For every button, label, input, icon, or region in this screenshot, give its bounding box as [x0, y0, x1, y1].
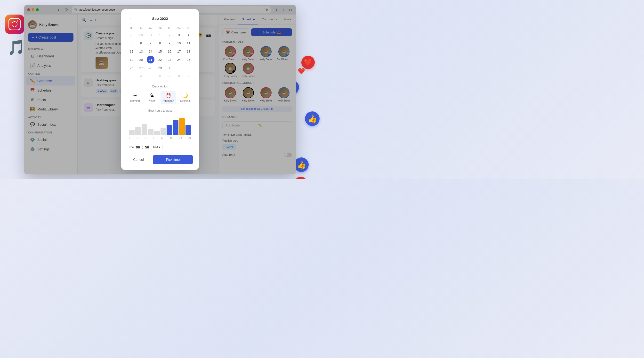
cal-day[interactable]: 5	[147, 72, 154, 80]
chart-label-15: 15	[170, 137, 173, 139]
best-hours-section: Best hours to post 0 3 6	[127, 109, 193, 139]
decor-instagram	[5, 14, 24, 34]
time-minute[interactable]: 56	[145, 145, 149, 149]
cal-day[interactable]: 12	[128, 47, 136, 55]
cal-day[interactable]: 6	[156, 72, 164, 80]
afternoon-icon: ⏰	[166, 93, 171, 98]
bar-1	[135, 127, 141, 135]
month-year-label: Sep 2022	[152, 16, 168, 20]
cal-day[interactable]: 28	[147, 64, 154, 72]
cancel-button[interactable]: Cancel	[127, 155, 150, 164]
afternoon-button[interactable]: ⏰ Afternoon	[160, 91, 176, 104]
cal-day[interactable]: 25	[184, 56, 192, 63]
cal-day[interactable]: 4	[184, 31, 192, 39]
morning-button[interactable]: ☀ Morning	[127, 91, 143, 104]
cal-day[interactable]: 29	[156, 64, 164, 72]
cal-day[interactable]: 14	[147, 47, 154, 55]
noon-label: Noon	[148, 99, 155, 102]
cal-day[interactable]: 11	[184, 39, 192, 47]
cal-day[interactable]: 15	[156, 47, 164, 55]
bar-4	[154, 131, 160, 135]
evening-button[interactable]: 🌙 Evening	[177, 91, 193, 104]
cal-day[interactable]: 13	[137, 47, 145, 55]
pick-time-button[interactable]: Pick time	[153, 155, 193, 164]
cal-day[interactable]: 9	[166, 39, 173, 47]
cal-day[interactable]: 8	[175, 72, 183, 80]
cal-day[interactable]: 1	[175, 64, 183, 72]
cal-day[interactable]: 10	[175, 39, 183, 47]
cal-day[interactable]: 20	[137, 56, 145, 63]
chart-container	[127, 115, 193, 135]
chart-label-3: 3	[137, 137, 138, 139]
decor-tiktok: 🎵	[7, 39, 26, 56]
day-header-tu: Tu	[136, 26, 146, 30]
evening-icon: 🌙	[182, 93, 188, 98]
chart-label-21: 21	[188, 137, 191, 139]
cal-day[interactable]: 19	[128, 56, 136, 63]
calendar-header: ‹ Sep 2022 ›	[127, 15, 193, 22]
chart-label-0: 0	[129, 137, 130, 139]
time-label: Time	[127, 145, 134, 149]
ampm-selector[interactable]: PM ▾	[151, 144, 163, 150]
next-month-button[interactable]: ›	[186, 15, 193, 22]
cal-day-selected[interactable]: 21	[147, 56, 154, 63]
day-header-th: Th	[156, 26, 164, 30]
cal-day[interactable]: 27	[137, 64, 145, 72]
ampm-value: PM	[153, 145, 158, 149]
modal-actions: Cancel Pick time	[127, 155, 193, 164]
quick-action-title: Quick Action	[127, 85, 193, 88]
time-hour[interactable]: 06	[136, 145, 140, 149]
bar-2	[142, 124, 147, 135]
prev-month-button[interactable]: ‹	[127, 15, 134, 22]
cal-day[interactable]: 3	[175, 31, 183, 39]
cal-day[interactable]: 29	[128, 31, 136, 39]
thumbs-up-reaction-3: 👍	[294, 157, 309, 172]
cal-day[interactable]: 4	[137, 72, 145, 80]
cal-day[interactable]: 30	[166, 64, 173, 72]
heart-reaction-3: ❤️	[294, 177, 308, 179]
bar-3	[148, 129, 154, 135]
day-header-fr: Fr	[165, 26, 174, 30]
cal-day[interactable]: 5	[128, 39, 136, 47]
noon-icon: 🌤	[150, 93, 154, 98]
modal-overlay: ‹ Sep 2022 › Mo Tu We Th Fr Sa Su 29 30 …	[24, 5, 296, 174]
cal-day[interactable]: 30	[137, 31, 145, 39]
bar-5	[160, 128, 166, 135]
cal-day[interactable]: 2	[184, 64, 192, 72]
afternoon-label: Afternoon	[163, 99, 174, 102]
cal-day[interactable]: 23	[166, 56, 173, 63]
browser-window: ⊞ ‹ › 🛡 🔍 app.feedhive.com/compose ↻ ⬆ +…	[24, 5, 296, 174]
heart-reaction-1: ❤️	[302, 56, 315, 69]
cal-day[interactable]: 3	[128, 72, 136, 80]
bar-8	[179, 118, 185, 135]
cal-day[interactable]: 24	[175, 56, 183, 63]
cal-day[interactable]: 6	[137, 39, 145, 47]
time-row: Time 06 : 56 PM ▾	[127, 144, 193, 150]
day-header-we: We	[146, 26, 155, 30]
cal-day[interactable]: 17	[175, 47, 183, 55]
chevron-down-icon: ▾	[159, 145, 160, 149]
bar-9	[186, 125, 191, 135]
cal-day[interactable]: 31	[147, 31, 154, 39]
day-header-sa: Sa	[174, 26, 184, 30]
bar-0	[129, 130, 134, 135]
cal-day[interactable]: 1	[156, 31, 164, 39]
cal-day[interactable]: 16	[166, 47, 173, 55]
cal-day[interactable]: 22	[156, 56, 164, 63]
cal-day[interactable]: 8	[156, 39, 164, 47]
morning-label: Morning	[130, 99, 140, 102]
thumbs-up-reaction-2: 👍	[305, 111, 320, 126]
chart-label-6: 6	[145, 137, 146, 139]
cal-day[interactable]: 7	[147, 39, 154, 47]
quick-action-section: Quick Action ☀ Morning 🌤 Noon ⏰ Afternoo…	[127, 85, 193, 104]
cal-day[interactable]: 18	[184, 47, 192, 55]
day-header-su: Su	[184, 26, 193, 30]
cal-day[interactable]: 9	[184, 72, 192, 80]
quick-action-buttons: ☀ Morning 🌤 Noon ⏰ Afternoon 🌙 Evening	[127, 91, 193, 104]
cal-day[interactable]: 7	[166, 72, 173, 80]
morning-icon: ☀	[133, 93, 137, 98]
cal-day[interactable]: 2	[166, 31, 173, 39]
noon-button[interactable]: 🌤 Noon	[144, 91, 160, 104]
chart-labels: 0 3 6 9 12 15 18 21	[127, 137, 193, 139]
cal-day[interactable]: 26	[128, 64, 136, 72]
